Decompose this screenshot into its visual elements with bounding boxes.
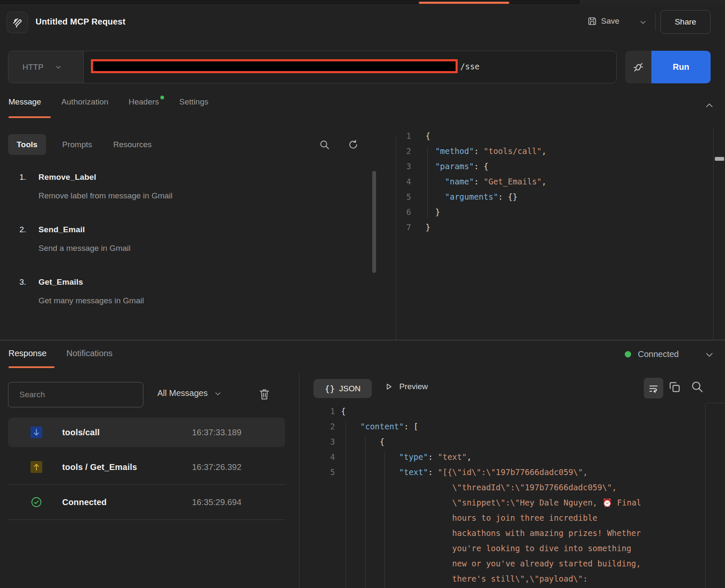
tab-tools[interactable]: Tools [8, 134, 46, 155]
tab-headers-label: Headers [129, 97, 159, 106]
tab-response[interactable]: Response [8, 349, 47, 358]
editor-scrollbar-thumb[interactable] [715, 157, 724, 161]
json-view-toggle[interactable]: {} JSON [313, 379, 372, 398]
tool-item[interactable]: 1.Remove_LabelRemove label from message … [19, 171, 341, 223]
code-line[interactable]: 4"type": "text", [318, 449, 641, 464]
arrow-up-icon [32, 462, 41, 472]
code-line[interactable]: 2"content": [ [318, 419, 641, 434]
plug-off-icon [632, 61, 644, 73]
tool-list-scrollbar[interactable] [372, 171, 376, 273]
request-tab-bar: Message Authorization Headers Settings [8, 97, 209, 107]
arrow-down-icon [32, 428, 41, 437]
code-line[interactable]: new or you've already started building, [318, 556, 641, 571]
share-button[interactable]: Share [660, 10, 711, 34]
tab-message[interactable]: Message [8, 97, 41, 107]
mcp-request-icon [7, 12, 28, 33]
code-line[interactable]: 5"arguments": {} [398, 189, 546, 204]
run-button[interactable]: Run [651, 51, 711, 83]
tool-item[interactable]: 3.Get_EmailsGet many messages in Gmail [19, 276, 341, 328]
response-scrollbar-track[interactable] [705, 403, 725, 588]
code-line[interactable]: 3"params": { [398, 159, 546, 174]
code-line[interactable]: 2"method": "tools/call", [398, 143, 546, 159]
code-line[interactable]: 5"text": "[{\"id\":\"197b77666dadc059\", [318, 464, 641, 480]
tab-resources[interactable]: Resources [109, 140, 156, 149]
code-text: hackathons with amazing prizes! Whether [341, 528, 641, 538]
code-text: } [426, 207, 440, 217]
save-label: Save [601, 16, 619, 26]
request-body-editor[interactable]: 1{2"method": "tools/call",3"params": {4"… [398, 128, 546, 235]
tab-notifications[interactable]: Notifications [66, 349, 113, 358]
clear-messages-trash-icon[interactable] [258, 387, 271, 401]
disconnect-button[interactable] [625, 51, 651, 83]
save-options-chevron-icon[interactable] [639, 18, 647, 27]
braces-icon: {} [325, 384, 335, 394]
collapse-section-chevron-icon[interactable] [704, 100, 715, 111]
search-icon[interactable] [319, 139, 330, 150]
headers-modified-dot [160, 96, 164, 99]
mcp-logo-icon [11, 16, 23, 28]
url-input-redacted[interactable] [91, 59, 458, 73]
code-line[interactable]: 1{ [318, 404, 641, 419]
refresh-icon[interactable] [348, 139, 359, 150]
save-button[interactable]: Save [587, 16, 619, 26]
code-line[interactable]: hours to join three incredible [318, 510, 641, 525]
code-text: } [426, 223, 430, 232]
tab-authorization[interactable]: Authorization [61, 97, 108, 107]
tool-description: Send a message in Gmail [38, 242, 341, 255]
sent-message-icon [30, 461, 42, 473]
code-line[interactable]: 7} [398, 220, 546, 235]
connection-status-label: Connected [638, 349, 679, 359]
copy-icon[interactable] [668, 380, 681, 394]
code-line[interactable]: \"threadId\":\"197b77666dadc059\", [318, 480, 641, 495]
connection-status[interactable]: Connected [625, 349, 679, 359]
code-line[interactable]: 6} [398, 204, 546, 220]
code-line[interactable]: 1{ [398, 128, 546, 143]
tool-description: Remove label from message in Gmail [38, 190, 341, 202]
run-label: Run [673, 62, 689, 72]
active-request-tab-indicator[interactable] [419, 2, 509, 4]
search-icon[interactable] [690, 380, 704, 393]
message-list: tools/call16:37:33.189tools / Get_Emails… [8, 418, 285, 522]
tool-item[interactable]: 2.Send_EmailSend a message in Gmail [19, 223, 341, 276]
tab-settings[interactable]: Settings [179, 97, 209, 107]
tool-number: 1. [19, 171, 38, 184]
message-label: tools / Get_Emails [62, 462, 137, 472]
method-select[interactable]: HTTP [8, 51, 84, 83]
code-text: "arguments": {} [426, 192, 517, 201]
response-body-viewer[interactable]: 1{2"content": [3{4"type": "text",5"text"… [318, 404, 641, 586]
preview-toggle[interactable]: Preview [384, 382, 428, 391]
word-wrap-icon [648, 383, 659, 394]
code-line[interactable]: \"snippet\":\"Hey Dale Nguyen, ⏰ Final [318, 495, 641, 510]
code-line[interactable]: you're looking to dive into something [318, 541, 641, 556]
active-tab-underline [8, 116, 51, 118]
code-line[interactable]: 3{ [318, 434, 641, 449]
tab-headers[interactable]: Headers [129, 97, 159, 107]
active-tab-underline [8, 366, 55, 368]
tab-prompts[interactable]: Prompts [58, 140, 96, 149]
connection-chevron-icon[interactable] [704, 349, 715, 360]
code-text: "method": "tools/call", [426, 146, 546, 156]
message-row[interactable]: tools/call16:37:33.189 [8, 418, 285, 447]
json-view-label: JSON [339, 384, 361, 393]
tool-number: 3. [19, 276, 38, 289]
word-wrap-button[interactable] [644, 378, 663, 398]
save-icon [587, 16, 597, 26]
line-number: 3 [398, 162, 411, 171]
messages-filter-dropdown[interactable]: All Messages [157, 388, 222, 398]
message-label: tools/call [62, 428, 100, 437]
method-label: HTTP [22, 63, 44, 72]
code-line[interactable]: 4"name": "Get_Emails", [398, 174, 546, 189]
code-line[interactable]: there's still\",\"payload\": [318, 571, 641, 586]
search-input[interactable] [8, 382, 143, 407]
preview-label: Preview [399, 382, 428, 391]
message-row[interactable]: tools / Get_Emails16:37:26.392 [8, 452, 285, 482]
code-text: { [341, 437, 384, 446]
messages-filter-label: All Messages [157, 388, 208, 398]
message-row[interactable]: Connected16:35:29.694 [8, 487, 285, 517]
code-line[interactable]: hackathons with amazing prizes! Whether [318, 525, 641, 541]
check-circle-icon [30, 496, 42, 508]
page-title: Untitled MCP Request [36, 17, 126, 27]
url-suffix[interactable]: /sse [460, 62, 480, 71]
message-divider [8, 484, 285, 485]
received-message-icon [30, 426, 42, 438]
